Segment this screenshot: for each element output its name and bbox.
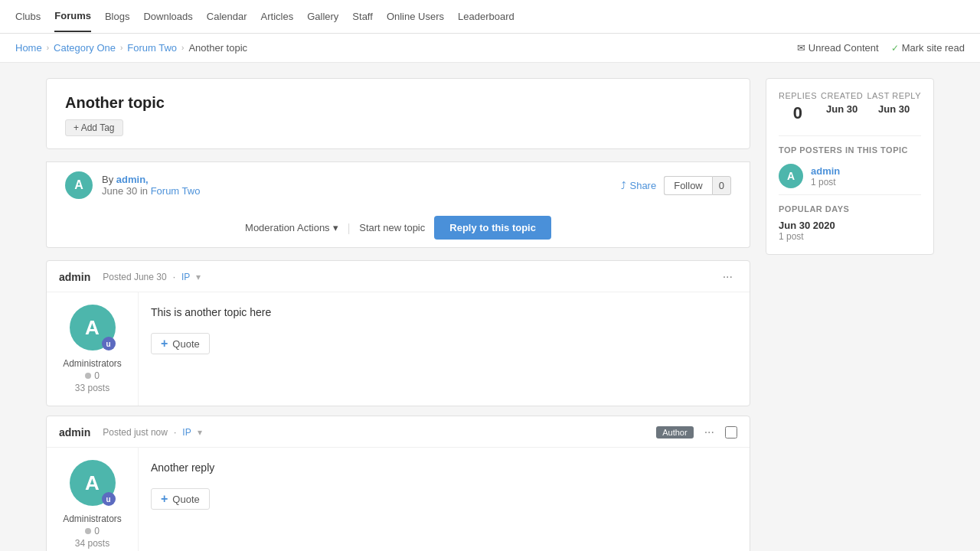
nav-articles[interactable]: Articles — [261, 2, 294, 31]
post-text: Another reply — [151, 460, 737, 476]
action-separator: | — [348, 222, 351, 234]
nav-blogs[interactable]: Blogs — [105, 2, 130, 31]
top-poster-avatar: A — [779, 164, 803, 188]
checkmark-icon: ✓ — [891, 43, 899, 54]
last-reply-stat: Last Reply Jun 30 — [867, 91, 921, 123]
post-card: admin Posted June 30 · IP ▾ ··· A — [46, 260, 750, 406]
share-icon: ⤴ — [621, 180, 626, 191]
ip-chevron-icon: ▾ — [198, 427, 202, 438]
follow-button-group: Follow 0 — [664, 176, 731, 195]
ip-chevron-icon: ▾ — [196, 272, 201, 282]
top-poster-posts: 1 post — [811, 177, 840, 187]
post-text: This is another topic here — [151, 305, 737, 321]
moderation-actions-button[interactable]: Moderation Actions ▾ — [245, 222, 338, 233]
post-header: admin Posted just now · IP ▾ Author ··· — [47, 416, 750, 448]
mark-read-link[interactable]: ✓ Mark site read — [891, 42, 965, 54]
topic-meta: A By admin, June 30 in Forum Two ⤴ Share — [46, 161, 750, 208]
post-ip-link[interactable]: IP — [182, 427, 191, 438]
unread-content-link[interactable]: ✉ Unread Content — [797, 42, 879, 54]
post-avatar-column: A u Administrators 0 34 posts — [47, 448, 139, 551]
replies-stat: Replies 0 — [779, 91, 817, 123]
unread-content-label: Unread Content — [808, 42, 879, 54]
rep-dot-icon — [85, 373, 91, 379]
post-avatar: A u — [70, 460, 116, 506]
created-stat: Created Jun 30 — [821, 91, 863, 123]
popular-day-posts: 1 post — [779, 231, 921, 242]
content-area: Another topic + Add Tag A By admin, June… — [46, 78, 750, 551]
post-card: admin Posted just now · IP ▾ Author ··· — [46, 416, 750, 551]
user-rep: 0 — [85, 526, 100, 536]
breadcrumb-bar: Home › Category One › Forum Two › Anothe… — [0, 34, 980, 63]
admin-badge-icon: u — [102, 492, 116, 506]
add-tag-button[interactable]: + Add Tag — [65, 119, 123, 136]
nav-forums[interactable]: Forums — [54, 1, 91, 32]
created-value: Jun 30 — [821, 103, 863, 115]
last-reply-value: Jun 30 — [867, 103, 921, 115]
inbox-icon: ✉ — [797, 42, 805, 54]
post-options-button[interactable]: ··· — [718, 269, 737, 285]
topic-date: June 30 in Forum Two — [102, 185, 200, 197]
post-ip-link[interactable]: IP — [181, 272, 190, 282]
top-poster-item: A admin 1 post — [779, 164, 921, 188]
user-rep: 0 — [85, 370, 100, 381]
quote-button[interactable]: + Quote — [151, 488, 210, 510]
topic-title: Another topic — [65, 94, 731, 112]
breadcrumb-forum[interactable]: Forum Two — [127, 42, 177, 54]
nav-gallery[interactable]: Gallery — [307, 2, 338, 31]
nav-clubs[interactable]: Clubs — [15, 2, 41, 31]
topic-forum-link[interactable]: Forum Two — [151, 185, 201, 197]
author-details: By admin, June 30 in Forum Two — [102, 174, 200, 197]
popular-day-item: Jun 30 2020 — [779, 220, 921, 231]
post-avatar-column: A u Administrators 0 33 posts — [47, 292, 139, 406]
topic-by-label: By — [102, 174, 116, 185]
post-content-column: Another reply + Quote — [139, 448, 750, 551]
post-author-name: admin — [59, 271, 90, 283]
last-reply-label: Last Reply — [867, 91, 921, 100]
post-header-right: ··· — [718, 269, 737, 285]
nav-staff[interactable]: Staff — [352, 2, 373, 31]
admin-badge-icon: u — [102, 337, 116, 350]
nav-downloads[interactable]: Downloads — [143, 2, 192, 31]
post-header-right: Author ··· — [656, 424, 737, 441]
post-author-name: admin — [59, 426, 90, 439]
nav-online-users[interactable]: Online Users — [387, 2, 444, 31]
plus-icon: + — [161, 492, 168, 506]
breadcrumb-current: Another topic — [188, 42, 247, 54]
share-button[interactable]: ⤴ Share — [621, 180, 656, 191]
breadcrumb: Home › Category One › Forum Two › Anothe… — [15, 42, 247, 54]
author-badge: Author — [656, 426, 693, 439]
follow-button[interactable]: Follow — [664, 176, 712, 195]
topic-author-info: A By admin, June 30 in Forum Two — [65, 171, 200, 199]
topic-header: Another topic + Add Tag — [46, 78, 750, 149]
sidebar: Replies 0 Created Jun 30 Last Reply Jun … — [766, 78, 934, 551]
user-post-count: 34 posts — [75, 538, 109, 549]
breadcrumb-sep-2: › — [120, 44, 122, 52]
nav-calendar[interactable]: Calendar — [207, 2, 247, 31]
created-label: Created — [821, 91, 863, 100]
top-poster-name: admin — [811, 165, 840, 177]
breadcrumb-sep-3: › — [181, 44, 184, 52]
start-new-topic-button[interactable]: Start new topic — [359, 222, 425, 233]
post-avatar: A u — [70, 305, 116, 350]
post-header: admin Posted June 30 · IP ▾ ··· — [47, 261, 750, 292]
post-options-button[interactable]: ··· — [700, 424, 719, 441]
breadcrumb-sep-1: › — [47, 44, 49, 52]
user-post-count: 33 posts — [75, 383, 109, 393]
plus-icon: + — [161, 337, 168, 350]
chevron-down-icon: ▾ — [333, 222, 338, 233]
top-poster-info: admin 1 post — [811, 165, 840, 187]
top-navigation: Clubs Forums Blogs Downloads Calendar Ar… — [0, 0, 980, 34]
quote-button[interactable]: + Quote — [151, 333, 210, 354]
post-meta: Posted June 30 · IP ▾ — [103, 272, 201, 282]
breadcrumb-home[interactable]: Home — [15, 42, 42, 54]
nav-leaderboard[interactable]: Leaderboard — [458, 2, 514, 31]
main-container: Another topic + Add Tag A By admin, June… — [31, 78, 949, 551]
rep-dot-icon — [85, 528, 91, 534]
post-content-column: This is another topic here + Quote — [139, 292, 750, 406]
user-group: Administrators — [63, 358, 122, 369]
post-select-checkbox[interactable] — [725, 426, 737, 439]
breadcrumb-category[interactable]: Category One — [54, 42, 116, 54]
topic-stats: Replies 0 Created Jun 30 Last Reply Jun … — [779, 91, 921, 123]
reply-button[interactable]: Reply to this topic — [434, 216, 551, 240]
replies-label: Replies — [779, 91, 817, 100]
